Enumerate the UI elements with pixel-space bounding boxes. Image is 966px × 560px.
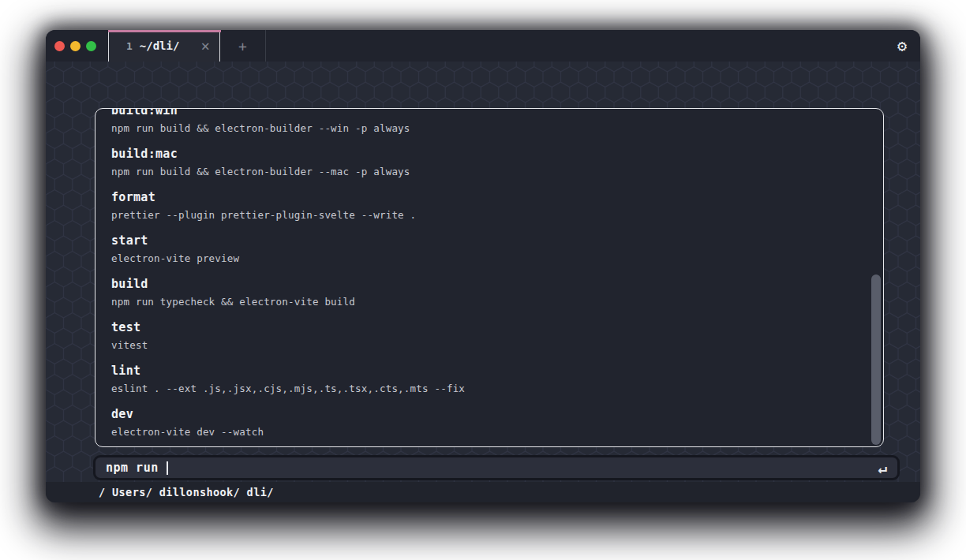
script-item[interactable]: dev electron-vite dev --watch: [111, 406, 864, 439]
close-window-button[interactable]: [54, 41, 65, 51]
script-name: test: [111, 319, 864, 335]
script-command: npm run build && electron-builder --win …: [111, 121, 864, 135]
tab-index: 1: [126, 40, 133, 52]
traffic-lights: [46, 30, 108, 62]
script-item[interactable]: format prettier --plugin prettier-plugin…: [111, 189, 864, 222]
script-name: lint: [111, 363, 864, 379]
script-item[interactable]: build:win npm run build && electron-buil…: [111, 108, 864, 135]
script-name: build:mac: [111, 146, 864, 162]
script-name: format: [111, 189, 864, 205]
tab-label: ~/dli/: [140, 39, 180, 52]
script-command: electron-vite preview: [111, 252, 864, 265]
active-tab-accent: [108, 30, 221, 32]
script-item[interactable]: start electron-vite preview: [111, 233, 864, 265]
enter-icon[interactable]: ↵: [878, 461, 887, 476]
scrollbar-thumb[interactable]: [871, 274, 881, 445]
command-input[interactable]: npm run ↵: [93, 455, 900, 480]
script-name: dev: [111, 406, 864, 422]
zoom-window-button[interactable]: [86, 41, 96, 51]
text-cursor: [167, 461, 168, 475]
settings-button[interactable]: ⚙: [897, 38, 907, 54]
script-command: vitest: [111, 338, 864, 352]
plus-icon: +: [238, 38, 247, 54]
script-name: start: [111, 233, 864, 248]
close-tab-icon[interactable]: ×: [201, 39, 210, 54]
scripts-list[interactable]: build:win npm run build && electron-buil…: [95, 108, 883, 440]
scripts-panel: build:win npm run build && electron-buil…: [95, 108, 884, 447]
current-directory-path: / Users/ dillonshook/ dli/: [99, 486, 274, 498]
terminal-window: 1 ~/dli/ × + ⚙ build:win npm run build &…: [46, 30, 920, 502]
script-item[interactable]: build:mac npm run build && electron-buil…: [111, 146, 864, 178]
new-tab-button[interactable]: +: [220, 30, 266, 62]
tab-bar: 1 ~/dli/ × + ⚙: [46, 30, 920, 62]
script-item[interactable]: test vitest: [111, 319, 864, 352]
tab-dli[interactable]: 1 ~/dli/ ×: [108, 30, 220, 62]
script-name: build: [111, 276, 864, 292]
script-command: prettier --plugin prettier-plugin-svelte…: [111, 208, 864, 222]
script-item[interactable]: lint eslint . --ext .js,.jsx,.cjs,.mjs,.…: [111, 363, 864, 395]
script-command: npm run build && electron-builder --mac …: [111, 165, 864, 178]
script-command: eslint . --ext .js,.jsx,.cjs,.mjs,.ts,.t…: [111, 382, 864, 395]
gear-icon: ⚙: [897, 36, 907, 55]
script-item[interactable]: build npm run typecheck && electron-vite…: [111, 276, 864, 308]
command-input-value: npm run: [106, 461, 166, 475]
script-name: build:win: [111, 108, 864, 118]
minimize-window-button[interactable]: [70, 41, 80, 51]
script-command: electron-vite dev --watch: [111, 425, 864, 439]
script-command: npm run typecheck && electron-vite build: [111, 295, 864, 308]
status-bar: / Users/ dillonshook/ dli/: [46, 482, 920, 502]
